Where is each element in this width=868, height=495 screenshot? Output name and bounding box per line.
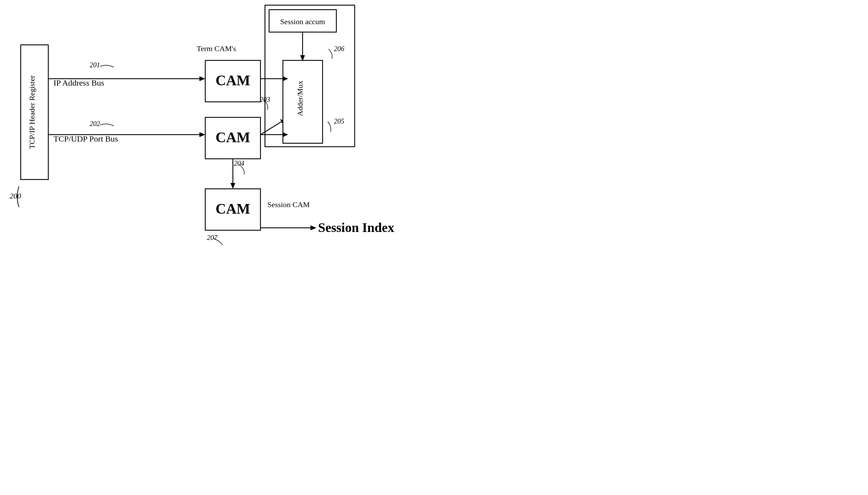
arrow-to-cam2 [199, 132, 205, 137]
cam3-label: CAM [216, 201, 250, 217]
diagram-container: TCP/IP Header Register 200 IP Address Bu… [0, 0, 434, 248]
ref-200-label: 200 [10, 192, 21, 200]
tcp-udp-port-bus-label: TCP/UDP Port Bus [53, 134, 118, 143]
ref-204-label: 204 [234, 159, 244, 167]
session-accum-label: Session accum [280, 17, 325, 26]
ref-201-label: 201 [90, 61, 100, 69]
session-cam-label: Session CAM [267, 200, 310, 209]
cam2-label: CAM [216, 129, 250, 145]
svg-line-4 [260, 121, 283, 135]
adder-mux-label: Adder/Mux [296, 81, 304, 116]
ref-205-label: 205 [334, 117, 344, 125]
ref-207-label: 207 [207, 234, 218, 241]
cam1-label: CAM [216, 72, 250, 88]
ref-202-label: 202 [90, 120, 100, 127]
arrow-cam2-down [230, 183, 235, 189]
term-cams-label: Term CAM's [197, 44, 236, 53]
arrow-to-session-index [310, 225, 316, 230]
tcpip-header-label: TCP/IP Header Register [28, 75, 36, 149]
session-index-label: Session Index [318, 220, 394, 235]
arrow-to-cam1 [199, 76, 205, 81]
ref-206-label: 206 [334, 45, 344, 52]
ip-address-bus-label: IP Address Bus [53, 78, 104, 87]
